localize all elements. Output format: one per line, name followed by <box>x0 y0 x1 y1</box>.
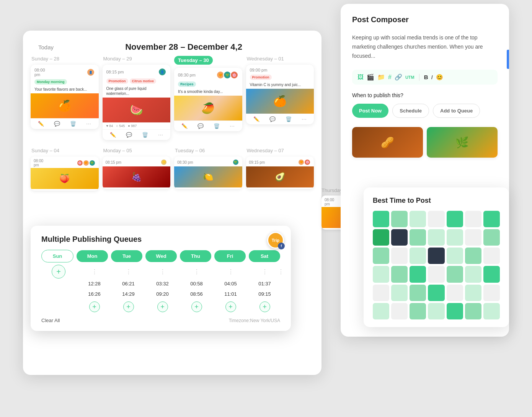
heatmap-cell <box>410 248 426 264</box>
day-col-wed01: Wednesday – 01 09:00 pm Promotion Vitami… <box>246 56 314 140</box>
best-time-title: Best Time to Post <box>373 197 500 205</box>
heatmap-cell <box>483 303 500 319</box>
post-image: 🍇 <box>103 166 171 187</box>
edit-icon[interactable]: ✏️ <box>110 132 116 138</box>
bold-button[interactable]: B <box>424 74 428 80</box>
heatmap-cell <box>447 285 463 301</box>
day-btn-tue[interactable]: Tue <box>111 250 142 262</box>
post-time: 08:30 pm <box>178 73 196 77</box>
post-card-mini[interactable]: 08:30 pm 💚 🍋 <box>174 156 242 189</box>
composer-toolbar: 🖼 🎬 📁 # 🔗 UTM B I 😊 <box>352 70 498 85</box>
image-icon[interactable]: 🖼 <box>357 74 364 81</box>
comments-stat: ○ 545 <box>116 124 125 128</box>
post-text: It's a smoothie kinda day... <box>174 88 242 96</box>
heatmap-cell <box>428 303 444 319</box>
heatmap-cell <box>391 266 408 282</box>
queues-add-row: + + + + + + <box>41 300 280 314</box>
post-tag: Monday morning <box>34 79 67 85</box>
hash-icon[interactable]: # <box>388 74 392 81</box>
day-btn-wed[interactable]: Wed <box>145 250 177 262</box>
heatmap-cell <box>391 303 408 319</box>
post-time: 09:00 pm <box>250 68 268 72</box>
day-btn-mon[interactable]: Mon <box>77 250 108 262</box>
avatar: 🌸 <box>304 159 311 166</box>
add-slot-button: + <box>225 301 236 312</box>
day-btn-thu[interactable]: Thu <box>180 250 211 262</box>
add-slot-button: + <box>157 301 168 312</box>
schedule-button[interactable]: Schedule <box>392 104 429 118</box>
comment-icon[interactable]: 💬 <box>126 132 132 138</box>
file-icon[interactable]: 📁 <box>377 73 385 81</box>
shares-stat: ● 987 <box>128 124 137 128</box>
post-card[interactable]: 08:30 pm 🧡 💚 🌸 Recipes It's a smoothie k… <box>174 68 242 131</box>
more-icon[interactable]: ⋯ <box>230 123 235 129</box>
publish-label: When to publish this? <box>352 92 498 98</box>
delete-icon[interactable]: 🗑️ <box>214 123 220 129</box>
post-card[interactable]: 09:00 pm Promotion Vitamin C is yummy an… <box>246 65 314 124</box>
day-btn-sat[interactable]: Sat <box>249 250 280 262</box>
post-card[interactable]: 08:15 pm 👤 Promotion Citrus motive One g… <box>103 65 171 140</box>
post-card[interactable]: 08:00 pm 👤 Monday morning Your favorite … <box>31 65 99 129</box>
queue-time: 06:21 <box>113 279 144 288</box>
heatmap-cell <box>447 211 463 227</box>
more-icon[interactable]: ⋯ <box>86 121 91 127</box>
post-text: Vitamin C is yummy and juic... <box>246 81 314 89</box>
edit-icon[interactable]: ✏️ <box>253 116 259 122</box>
heatmap-cell <box>391 248 408 264</box>
post-image-watermelon: 🍉 <box>103 98 171 122</box>
queues-days-row: Sun Mon Tue Wed Thu Fri Sat <box>41 250 280 262</box>
add-time-button[interactable]: + <box>52 265 65 279</box>
edit-icon[interactable]: ✏️ <box>181 123 188 129</box>
composer-preview-cards: 🥜 🌿 <box>352 127 498 158</box>
heatmap-cell <box>465 285 481 301</box>
avatar: 💚 <box>232 159 239 166</box>
day-btn-fri[interactable]: Fri <box>214 250 246 262</box>
utm-icon[interactable]: UTM <box>405 75 415 80</box>
avatar: 🌸 <box>230 71 238 79</box>
heatmap-cell <box>391 285 408 301</box>
more-icon[interactable]: ⋯ <box>302 116 307 122</box>
day-btn-sun[interactable]: Sun <box>41 250 73 262</box>
comment-icon[interactable]: 💬 <box>197 123 204 129</box>
today-button[interactable]: Today <box>38 44 54 50</box>
post-time: 08:00 <box>34 159 43 163</box>
delete-icon[interactable]: 🗑️ <box>70 121 76 127</box>
delete-icon[interactable]: 🗑️ <box>142 132 148 138</box>
comment-icon[interactable]: 💬 <box>54 121 60 127</box>
emoji-button[interactable]: 😊 <box>436 74 443 81</box>
queue-dots: ⋮ ⋮ <box>249 268 280 275</box>
add-slot-button: + <box>259 301 270 312</box>
link-icon[interactable]: 🔗 <box>395 73 402 81</box>
post-now-button[interactable]: Post Now <box>352 104 388 118</box>
post-card-mini[interactable]: 09:15 pm 🧡 🌸 🥑 <box>246 156 314 189</box>
post-card-mini[interactable]: 08:15 pm 💛 🍇 <box>103 156 171 189</box>
queue-time: 01:37 <box>249 279 280 288</box>
heatmap-cell <box>410 303 426 319</box>
video-icon[interactable]: 🎬 <box>367 73 374 81</box>
queues-panel: Multiple Publishing Queues Trip f Sun Mo… <box>31 226 291 331</box>
heatmap-cell <box>447 248 463 264</box>
clear-all-button[interactable]: Clear All <box>41 318 60 323</box>
day-label-tue06: Tuesday – 06 <box>174 148 242 153</box>
post-time: 08:15 pm <box>106 160 122 165</box>
delete-icon[interactable]: 🗑️ <box>286 116 292 122</box>
day-label-mon29: Monday – 29 <box>103 56 171 62</box>
post-image-mango: 🥭 <box>174 96 242 121</box>
avatar: 👤 <box>86 68 95 77</box>
composer-body: Keeping up with social media trends is o… <box>352 33 498 60</box>
comment-icon[interactable]: 💬 <box>269 116 276 122</box>
heatmap <box>373 211 500 319</box>
add-to-queue-button[interactable]: Add to Queue <box>433 104 480 118</box>
post-tag: Recipes <box>178 81 196 87</box>
post-footer: ✏️ 💬 🗑️ ⋯ <box>174 121 242 131</box>
queue-dots: ⋮ <box>113 268 144 275</box>
post-tag: Citrus motive <box>130 78 157 84</box>
post-card-mini[interactable]: 08:00 pm 🌸 🧡 💚 🍑 <box>31 156 99 191</box>
heatmap-cell <box>483 211 500 227</box>
more-icon[interactable]: ⋯ <box>158 132 163 138</box>
italic-button[interactable]: I <box>431 74 433 80</box>
publish-section: When to publish this? Post Now Schedule … <box>352 92 498 118</box>
heatmap-cell <box>465 211 481 227</box>
queues-footer: Clear All Timezone:New York/USA <box>41 318 280 323</box>
edit-icon[interactable]: ✏️ <box>38 121 44 127</box>
